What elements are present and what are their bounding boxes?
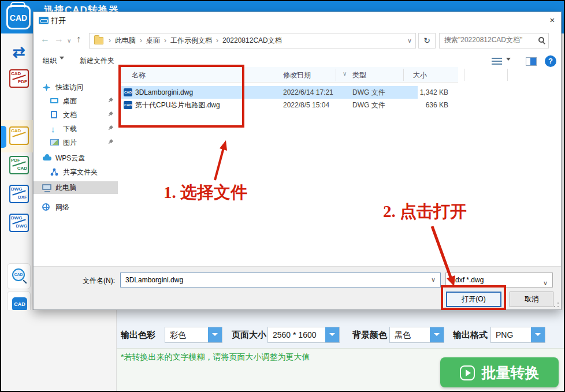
- icon-label: PDF: [11, 80, 27, 84]
- dropdown-arrow-icon[interactable]: [430, 327, 444, 342]
- back-icon[interactable]: ←: [40, 34, 50, 44]
- page-size-label: 页面大小: [232, 330, 266, 341]
- nav-shared-folder[interactable]: 共享文件夹: [34, 166, 118, 178]
- dropdown-arrow-icon[interactable]: [208, 327, 222, 342]
- dialog-title-icon: [39, 17, 49, 24]
- view-options-arrow-icon[interactable]: [506, 58, 511, 66]
- star-icon: [43, 84, 50, 91]
- folder-icon: [94, 37, 103, 44]
- output-format-label: 输出格式: [453, 330, 488, 341]
- screenshot-root: CAD 迅捷CAD转换器 ⇄ CAD PDF CAD PDF CAD DWG D…: [0, 0, 565, 392]
- page-size-select[interactable]: 2560 * 1600: [267, 327, 340, 343]
- file-size: 636 KB: [369, 99, 448, 111]
- column-size[interactable]: 大小: [413, 70, 427, 80]
- menu-arrow-icon: [60, 57, 64, 62]
- file-date: 2022/6/14 17:21: [283, 86, 333, 99]
- dropdown-arrow-icon[interactable]: [531, 327, 545, 342]
- up-icon[interactable]: ↑: [76, 34, 81, 44]
- blur-note: *若转换出来的文字模糊，请将页面大小调整为更大值: [121, 352, 310, 363]
- nav-documents[interactable]: 文档: [34, 109, 118, 121]
- cad-viewer-button[interactable]: CAD: [7, 263, 31, 289]
- output-format-select[interactable]: PNG: [490, 327, 545, 343]
- cad-transfer-icon[interactable]: ⇄: [9, 43, 29, 62]
- dwg-to-dxf-icon[interactable]: DWG DXF: [9, 185, 29, 203]
- refresh-icon[interactable]: ↻: [418, 33, 436, 48]
- list-view-icon[interactable]: [492, 58, 502, 65]
- desktop-icon: [50, 98, 58, 103]
- output-color-label: 输出色彩: [121, 330, 155, 341]
- history-chevron-icon[interactable]: ∨: [67, 38, 71, 44]
- annotation-step2: 2. 点击打开: [383, 200, 467, 223]
- page-size-value: 2560 * 1600: [273, 330, 317, 339]
- filename-input[interactable]: [124, 275, 419, 285]
- nav-this-pc[interactable]: 此电脑: [34, 181, 118, 194]
- new-folder-button[interactable]: 新建文件夹: [80, 56, 114, 66]
- forward-icon: →: [54, 34, 64, 44]
- play-icon: [460, 365, 475, 380]
- nav-network[interactable]: 网络: [34, 201, 118, 214]
- close-icon[interactable]: ×: [544, 13, 560, 27]
- cloud-icon: [45, 154, 49, 158]
- pin-icon: [107, 139, 113, 145]
- cad-to-image-icon[interactable]: CAD: [9, 126, 29, 145]
- nav-desktop[interactable]: 桌面: [34, 95, 118, 107]
- output-color-value: 彩色: [170, 330, 186, 339]
- pdf-to-cad-icon[interactable]: PDF CAD: [9, 156, 29, 174]
- breadcrumb[interactable]: 此电脑桌面工作示例文档20220812CAD文档 ∨: [89, 33, 416, 48]
- batch-convert-label: 批量转换: [482, 364, 540, 380]
- annotation-rect-open: [441, 285, 506, 310]
- network-icon: [42, 203, 50, 211]
- nav-label: 桌面: [63, 95, 77, 107]
- dropdown-arrow-icon[interactable]: [325, 327, 339, 342]
- help-icon[interactable]: ?: [545, 55, 556, 67]
- output-color-select[interactable]: 彩色: [165, 327, 222, 343]
- search-icon[interactable]: [538, 37, 544, 43]
- breadcrumb-work-docs[interactable]: 工作示例文档: [160, 33, 212, 48]
- breadcrumb-chevron-icon[interactable]: ∨: [407, 33, 412, 48]
- icon-label: CAD: [11, 166, 27, 171]
- filter-chevron-icon[interactable]: ∨: [343, 70, 347, 77]
- cad-editor-icon: CAD: [12, 297, 27, 311]
- dialog-title: 打开: [51, 16, 66, 26]
- preview-pane-icon[interactable]: [526, 57, 537, 66]
- open-dialog: 打开 × ← → ∨ ↑ 此电脑桌面工作示例文档20220812CAD文档 ∨ …: [33, 12, 562, 310]
- column-type[interactable]: 类型: [352, 70, 366, 80]
- nav-label: WPS云盘: [55, 152, 85, 165]
- resize-grip[interactable]: [553, 302, 559, 308]
- combo-chevron-icon[interactable]: ∨: [543, 276, 548, 290]
- batch-convert-button[interactable]: 批量转换: [440, 357, 559, 387]
- cancel-button[interactable]: 取消: [510, 292, 553, 307]
- combo-chevron-icon[interactable]: ∨: [431, 276, 436, 283]
- bg-color-label: 背景颜色: [352, 330, 387, 341]
- sidebar-selected-indicator: [1, 126, 6, 148]
- cad-to-pdf-icon[interactable]: CAD PDF: [9, 69, 29, 88]
- breadcrumb-desktop[interactable]: 桌面: [136, 33, 160, 48]
- file-list-panel: [1, 310, 117, 392]
- pin-icon: [107, 111, 113, 117]
- pictures-icon: [50, 139, 59, 145]
- nav-wps-cloud[interactable]: WPS云盘: [34, 152, 118, 165]
- nav-downloads[interactable]: ↓ 下载: [34, 122, 118, 135]
- search-input[interactable]: [443, 35, 533, 44]
- dwg-version-icon[interactable]: DWG DWG: [9, 214, 29, 232]
- pin-icon: [107, 98, 113, 103]
- download-icon: ↓: [51, 123, 55, 136]
- dialog-nav-pane: 快速访问 桌面 文档 ↓ 下载 图片: [34, 68, 118, 264]
- pin-icon: [107, 125, 113, 131]
- nav-label: 图片: [63, 136, 77, 149]
- cad-viewer-icon: CAD: [12, 268, 25, 281]
- nav-label: 快速访问: [55, 81, 83, 94]
- icon-label: DXF: [11, 195, 27, 200]
- search-box[interactable]: [439, 33, 549, 48]
- bg-color-select[interactable]: 黑色: [389, 327, 444, 343]
- breadcrumb-cad-folder[interactable]: 20220812CAD文档: [212, 33, 282, 48]
- nav-quick-access[interactable]: 快速访问: [34, 81, 118, 94]
- column-date[interactable]: 修改日期: [283, 70, 311, 80]
- nav-label: 下载: [63, 122, 77, 135]
- icon-label: DWG: [11, 224, 27, 229]
- filename-combobox[interactable]: ∨: [120, 272, 441, 288]
- organize-menu[interactable]: 组织: [43, 56, 64, 66]
- nav-pictures[interactable]: 图片: [34, 136, 118, 149]
- breadcrumb-this-pc[interactable]: 此电脑: [105, 33, 136, 48]
- nav-label: 网络: [55, 201, 69, 214]
